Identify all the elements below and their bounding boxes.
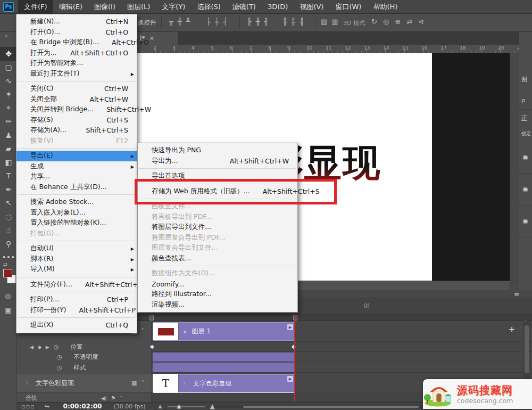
align-icon[interactable]: ╡ <box>223 18 228 26</box>
stopwatch-icon[interactable]: ◷ <box>57 364 62 371</box>
chevron-down-icon[interactable]: ∨ <box>183 329 187 334</box>
3d-mode-icon[interactable]: ⇄ <box>406 18 412 26</box>
menubar-item[interactable]: 选择(S) <box>191 0 226 14</box>
align-icon[interactable]: ╥ <box>169 18 173 26</box>
menubar-item[interactable]: 帮助(H) <box>367 0 403 14</box>
menubar-item[interactable]: 图像(I) <box>88 0 121 14</box>
menu-item[interactable]: 自动(U) ▶ <box>16 243 137 254</box>
tool-button[interactable]: ∿ <box>0 74 17 88</box>
menubar-item[interactable]: 视图(V) <box>294 0 329 14</box>
work-area-start-handle[interactable] <box>149 315 154 321</box>
tool-button[interactable]: ⌖ <box>0 101 17 115</box>
menu-item[interactable]: 脚本(R) ▶ <box>16 254 137 265</box>
timeline-zoom-slider[interactable]: ▲ <box>168 406 205 407</box>
layer-visibility-eye-icon[interactable]: ◉ <box>522 185 528 193</box>
canvas-vertical-scrollbar[interactable] <box>510 53 519 281</box>
menu-item[interactable]: 共享... ▶ <box>16 171 137 182</box>
blend-mode-select[interactable]: 正 <box>521 114 532 122</box>
menu-item[interactable]: Zoomify... ▶ <box>138 279 297 290</box>
zoom-out-icon[interactable]: ▲ <box>159 404 162 409</box>
menu-item[interactable]: 导出为... Alt+Shift+Ctrl+W ▶ <box>138 156 297 167</box>
menu-item[interactable]: 图层复合导出到文件... ▶ <box>138 243 297 253</box>
align-icon[interactable]: ╪ <box>215 18 219 26</box>
distribute-icon[interactable]: ╬ <box>292 18 296 26</box>
dropdown-icon[interactable]: ˅ <box>142 327 145 334</box>
align-icon[interactable]: ╞ <box>206 18 211 26</box>
audio-track-row[interactable]: 音轨 ◀) ⚑ ˅ <box>17 394 152 402</box>
scrollbar-thumb[interactable] <box>243 406 419 408</box>
menu-item[interactable]: 导入(M) ▶ <box>16 264 137 275</box>
stopwatch-icon[interactable]: ◷ <box>54 343 59 350</box>
quick-mask-icon[interactable]: ◎ <box>5 292 11 300</box>
layer-visibility-eye-icon[interactable]: ◉ <box>522 153 528 161</box>
timeline-clip-layer1[interactable]: ∨ 图层 1 ▶ <box>153 322 295 341</box>
tool-button[interactable]: T <box>0 169 17 183</box>
export-video-icon[interactable]: ↪ <box>44 403 49 410</box>
next-keyframe-icon[interactable]: ▶ <box>46 345 49 350</box>
property-row-position[interactable]: ◀ ◆ ▶ ◷ 位置 <box>17 342 152 352</box>
3d-mode-icon[interactable]: ◎ <box>383 18 389 26</box>
swap-colors-icon[interactable]: ⇄ <box>3 262 7 267</box>
tool-button[interactable]: ▰ <box>0 142 17 156</box>
keyframe-diamond-icon[interactable]: ◆ <box>150 343 154 349</box>
distribute-icon[interactable]: ╟ <box>247 18 252 26</box>
render-options-icon[interactable]: ▫▫▫ <box>21 403 35 410</box>
timeline-clip-text-layer[interactable]: T 〉 文字色彩显现 ▶ <box>153 374 295 393</box>
menubar-item[interactable]: 编辑(E) <box>53 0 88 14</box>
3d-mode-icon[interactable]: ↻ <box>371 18 377 26</box>
menu-item[interactable]: 路径到 Illustrator... ▶ <box>138 289 297 300</box>
menu-item[interactable]: 在 Bridge 中浏览(B)... Alt+Ctrl+O ▶ <box>16 37 137 48</box>
menu-item[interactable]: 在 Behance 上共享(D)... ▶ <box>16 182 137 193</box>
menubar-item[interactable]: 图层(L) <box>121 0 156 14</box>
chevron-right-icon[interactable]: 〉 <box>183 380 188 387</box>
tool-button[interactable]: ◌ <box>0 210 17 224</box>
tool-button[interactable]: ✥ <box>0 47 17 61</box>
layers-search-icon[interactable]: ρ <box>521 97 532 104</box>
tool-button[interactable]: ✏ <box>0 115 17 129</box>
distribute-spacing-icon[interactable]: ▥ <box>331 18 338 26</box>
3d-mode-icon[interactable]: ⊲ <box>418 18 424 26</box>
layer-visibility-eye-icon[interactable]: ◉ <box>522 217 528 225</box>
clip-transition-icon[interactable]: ▶ <box>287 324 293 330</box>
menu-item[interactable]: 关闭(C) Ctrl+W ▶ <box>16 84 137 94</box>
menu-item[interactable]: 打印一份(Y) Alt+Shift+Ctrl+P ▶ <box>16 305 137 316</box>
menu-item[interactable]: 导出(E) ▶ <box>16 151 137 161</box>
prev-keyframe-icon[interactable]: ◀ <box>30 345 34 350</box>
tool-button[interactable]: ▢ <box>0 61 17 75</box>
zoom-slider-thumb[interactable]: ▲ <box>177 403 181 409</box>
menu-item[interactable]: 将图层复合导出到 PDF... ▶ <box>138 233 297 243</box>
clip-transition-icon[interactable]: ▶ <box>287 376 293 382</box>
menu-item[interactable]: 存储为(A)... Shift+Ctrl+S ▶ <box>16 125 137 136</box>
add-media-button[interactable]: + <box>505 323 518 336</box>
menubar-item[interactable]: 文件(F) <box>18 0 53 14</box>
tool-button[interactable]: ♟ <box>0 128 17 142</box>
timeline-horizontal-scrollbar[interactable] <box>214 405 443 408</box>
menu-item[interactable]: 关闭并转到 Bridge... Shift+Ctrl+W ▶ <box>16 104 137 115</box>
speaker-icon[interactable]: ◀) <box>101 396 106 401</box>
menu-item[interactable]: 渲染视频... ▶ <box>138 300 297 310</box>
menu-item[interactable]: 置入链接的智能对象(K)... ▶ <box>16 218 137 228</box>
distribute-icon[interactable]: ╣ <box>300 18 304 26</box>
screen-mode-icon[interactable]: ▣ <box>5 306 11 314</box>
menu-item[interactable]: 关闭全部 Alt+Ctrl+W ▶ <box>16 94 137 105</box>
menu-item[interactable]: 新建(N)... Ctrl+N ▶ <box>16 17 137 27</box>
menubar-item[interactable]: 滤镜(T) <box>227 0 262 14</box>
tool-button[interactable]: ••• <box>0 251 17 265</box>
menu-item[interactable]: 文件简介(F)... Alt+Shift+Ctrl+I ▶ <box>16 280 137 290</box>
menu-item[interactable]: 最近打开文件(T) ▶ <box>16 69 137 79</box>
layers-panel-tab[interactable]: 图 <box>521 76 532 84</box>
distribute-icon[interactable]: ╢ <box>264 18 269 26</box>
track-row-text-layer[interactable]: 〉 文字色彩显现 ▦ ˅ <box>17 374 152 392</box>
dropdown-icon[interactable]: ˅ <box>142 380 145 387</box>
dropdown-icon[interactable]: ˅ <box>120 396 122 401</box>
stopwatch-icon[interactable]: ◷ <box>57 354 62 360</box>
property-row-style[interactable]: ◷ 样式 <box>17 362 152 373</box>
tool-button[interactable]: ◧ <box>0 155 17 169</box>
menu-item[interactable]: 打印(P)... Ctrl+P ▶ <box>16 294 137 305</box>
menu-item[interactable]: 存储(S) Ctrl+S ▶ <box>16 115 137 126</box>
photoshop-logo[interactable]: Ps <box>3 2 14 12</box>
menu-item[interactable]: 打开(O)... Ctrl+O ▶ <box>16 27 137 38</box>
menu-item[interactable]: 颜色查找表... ▶ <box>138 253 297 264</box>
menu-item[interactable]: 数据组作为文件(D)... ▶ <box>138 268 297 279</box>
menu-item[interactable]: 生成 ▶ <box>16 161 137 172</box>
